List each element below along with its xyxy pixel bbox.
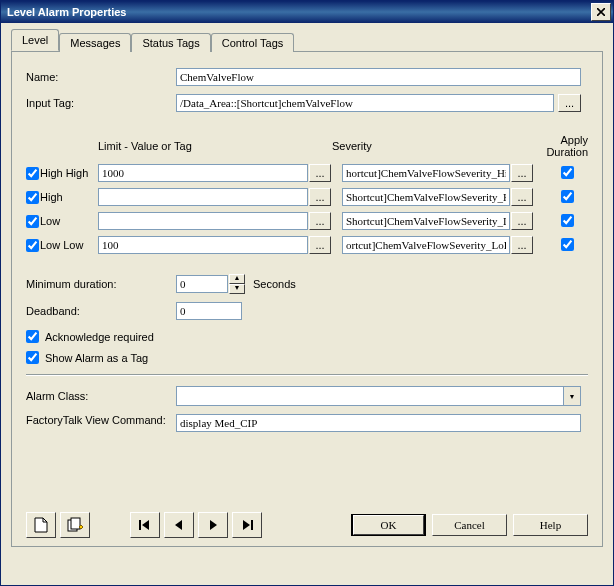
tab-status-tags[interactable]: Status Tags: [131, 33, 210, 52]
enable-lo-checkbox[interactable]: [26, 215, 39, 228]
severity-hi-field[interactable]: [342, 188, 510, 206]
deadband-label: Deadband:: [26, 305, 176, 317]
spin-down-icon[interactable]: ▼: [229, 284, 245, 294]
level-label-hi: High: [40, 191, 98, 203]
next-icon: [208, 519, 218, 531]
limit-hi-field[interactable]: [98, 188, 308, 206]
help-button[interactable]: Help: [513, 514, 588, 536]
input-tag-browse-button[interactable]: ...: [558, 94, 581, 112]
enable-hihi-checkbox[interactable]: [26, 167, 39, 180]
apply-hihi-checkbox[interactable]: [561, 166, 574, 179]
nav-last-button[interactable]: [232, 512, 262, 538]
ftv-command-field[interactable]: [176, 414, 581, 432]
severity-lolo-browse-button[interactable]: ...: [511, 236, 533, 254]
ack-required-label: Acknowledge required: [45, 331, 154, 343]
tab-messages[interactable]: Messages: [59, 33, 131, 52]
ack-required-checkbox[interactable]: [26, 330, 39, 343]
tab-strip: Level Messages Status Tags Control Tags: [11, 31, 603, 51]
cancel-button[interactable]: Cancel: [432, 514, 507, 536]
spin-up-icon[interactable]: ▲: [229, 274, 245, 284]
svg-rect-3: [251, 520, 253, 530]
client-area: Level Messages Status Tags Control Tags …: [1, 23, 613, 585]
levels-grid: Limit - Value or Tag Severity Apply Dura…: [26, 134, 588, 254]
nav-prev-button[interactable]: [164, 512, 194, 538]
ftv-command-label: FactoryTalk View Command:: [26, 414, 176, 427]
min-duration-label: Minimum duration:: [26, 278, 176, 290]
input-tag-field[interactable]: [176, 94, 554, 112]
name-label: Name:: [26, 71, 176, 83]
nav-next-button[interactable]: [198, 512, 228, 538]
prev-icon: [174, 519, 184, 531]
limit-lo-browse-button[interactable]: ...: [309, 212, 331, 230]
level-row-lolo: Low Low ... ...: [26, 236, 588, 254]
alarm-class-combo[interactable]: ▼: [176, 386, 581, 406]
nav-first-button[interactable]: [130, 512, 160, 538]
levels-header: Limit - Value or Tag Severity Apply Dura…: [26, 134, 588, 158]
limit-lolo-browse-button[interactable]: ...: [309, 236, 331, 254]
level-row-hi: High ... ...: [26, 188, 588, 206]
limit-hihi-browse-button[interactable]: ...: [309, 164, 331, 182]
new-icon: [34, 517, 48, 533]
column-apply: Apply Duration: [518, 134, 588, 158]
input-tag-label: Input Tag:: [26, 97, 176, 109]
svg-rect-2: [139, 520, 141, 530]
tab-control-tags[interactable]: Control Tags: [211, 33, 295, 52]
level-row-hihi: High High ... ...: [26, 164, 588, 182]
severity-lo-field[interactable]: [342, 212, 510, 230]
column-severity: Severity: [332, 140, 518, 152]
copy-wizard-button[interactable]: [60, 512, 90, 538]
severity-lo-browse-button[interactable]: ...: [511, 212, 533, 230]
limit-lo-field[interactable]: [98, 212, 308, 230]
apply-lo-checkbox[interactable]: [561, 214, 574, 227]
ok-button[interactable]: OK: [351, 514, 426, 536]
enable-lolo-checkbox[interactable]: [26, 239, 39, 252]
name-field[interactable]: [176, 68, 581, 86]
apply-lolo-checkbox[interactable]: [561, 238, 574, 251]
show-as-tag-label: Show Alarm as a Tag: [45, 352, 148, 364]
close-button[interactable]: [591, 3, 611, 21]
copy-wizard-icon: [67, 517, 83, 533]
titlebar: Level Alarm Properties: [1, 1, 613, 23]
close-icon: [597, 8, 605, 16]
bottom-toolbar: OK Cancel Help: [26, 512, 588, 538]
limit-lolo-field[interactable]: [98, 236, 308, 254]
window-title: Level Alarm Properties: [7, 6, 126, 18]
separator: [26, 374, 588, 376]
last-icon: [241, 519, 253, 531]
level-label-hihi: High High: [40, 167, 98, 179]
chevron-down-icon: ▼: [563, 387, 580, 405]
alarm-class-label: Alarm Class:: [26, 390, 176, 402]
limit-hi-browse-button[interactable]: ...: [309, 188, 331, 206]
tab-panel-level: Name: Input Tag: ... Limit - Value or Ta…: [11, 51, 603, 547]
min-duration-unit: Seconds: [253, 278, 296, 290]
column-limit: Limit - Value or Tag: [98, 140, 332, 152]
first-icon: [139, 519, 151, 531]
tab-level[interactable]: Level: [11, 29, 59, 51]
severity-hihi-browse-button[interactable]: ...: [511, 164, 533, 182]
level-row-lo: Low ... ...: [26, 212, 588, 230]
apply-hi-checkbox[interactable]: [561, 190, 574, 203]
deadband-field[interactable]: [176, 302, 242, 320]
level-label-lolo: Low Low: [40, 239, 98, 251]
severity-lolo-field[interactable]: [342, 236, 510, 254]
enable-hi-checkbox[interactable]: [26, 191, 39, 204]
new-button[interactable]: [26, 512, 56, 538]
show-as-tag-checkbox[interactable]: [26, 351, 39, 364]
severity-hi-browse-button[interactable]: ...: [511, 188, 533, 206]
severity-hihi-field[interactable]: [342, 164, 510, 182]
min-duration-field[interactable]: [176, 275, 228, 293]
level-label-lo: Low: [40, 215, 98, 227]
min-duration-spinbox[interactable]: ▲ ▼: [176, 274, 245, 294]
level-alarm-properties-window: Level Alarm Properties Level Messages St…: [0, 0, 614, 586]
limit-hihi-field[interactable]: [98, 164, 308, 182]
